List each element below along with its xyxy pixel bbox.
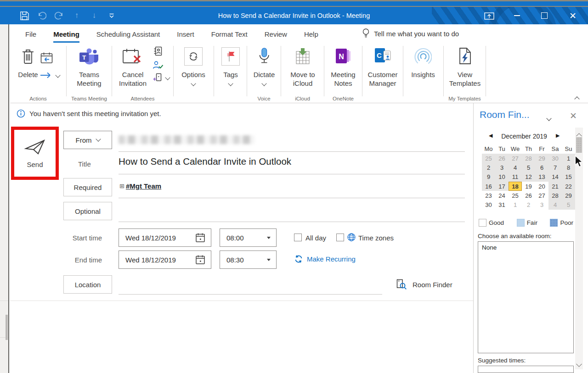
panel-scrollbar-thumb[interactable] — [576, 137, 582, 153]
make-recurring-button[interactable]: Make Recurring — [294, 255, 356, 263]
forward-dropdown-chevron[interactable] — [55, 72, 60, 78]
calendar-day-1-adjacent[interactable]: 1 — [509, 200, 522, 209]
redo-button[interactable] — [51, 7, 68, 24]
tab-meeting[interactable]: Meeting — [53, 24, 79, 43]
title-field[interactable]: How to Send a Calendar Invite in Outlook — [119, 156, 291, 167]
calendar-day-3[interactable]: 3 — [495, 163, 509, 172]
save-button[interactable] — [16, 7, 33, 24]
response-options-chevron[interactable] — [165, 75, 170, 80]
calendar-day-2[interactable]: 2 — [482, 163, 495, 172]
calendar-day-1[interactable]: 1 — [562, 154, 575, 163]
calendar-day-3-adjacent[interactable]: 3 — [535, 200, 548, 209]
calendar-day-10[interactable]: 10 — [495, 173, 509, 182]
response-options-button[interactable] — [153, 73, 170, 82]
calendar-day-4[interactable]: 4 — [509, 163, 522, 172]
move-down-button[interactable]: ↓ — [85, 7, 103, 24]
undo-button[interactable] — [33, 7, 51, 24]
calendar-day-25-adjacent[interactable]: 25 — [482, 154, 495, 163]
tab-help[interactable]: Help — [304, 24, 318, 43]
calendar-day-23[interactable]: 23 — [482, 191, 495, 200]
tags-button[interactable]: Tags — [218, 46, 243, 85]
calendar-day-13[interactable]: 13 — [535, 173, 548, 182]
required-attendee[interactable]: #Mgt Team — [126, 182, 161, 190]
calendar-day-27-adjacent[interactable]: 27 — [509, 154, 522, 163]
check-names-button[interactable] — [153, 61, 164, 72]
move-up-button[interactable]: ↑ — [68, 7, 85, 24]
tags-dropdown-chevron[interactable] — [228, 81, 233, 86]
teams-meeting-button[interactable]: T Teams Meeting — [74, 46, 104, 88]
options-button[interactable]: Options — [179, 46, 208, 85]
room-finder-title-dropdown[interactable] — [547, 114, 551, 122]
calendar-day-8[interactable]: 8 — [562, 163, 575, 172]
room-list[interactable]: None — [478, 241, 574, 353]
calendar-day-29[interactable]: 29 — [562, 191, 575, 200]
room-finder-button[interactable]: Room Finder — [396, 279, 452, 290]
calendar-day-16[interactable]: 16 — [482, 182, 495, 191]
calendar-day-26[interactable]: 26 — [522, 191, 535, 200]
location-button[interactable]: Location — [63, 275, 112, 294]
calendar-day-26-adjacent[interactable]: 26 — [495, 154, 509, 163]
from-button[interactable]: From — [63, 131, 112, 149]
date-picker-icon[interactable] — [195, 233, 205, 243]
end-time-field[interactable]: 08:30 — [220, 251, 277, 269]
time-zones-checkbox[interactable] — [336, 234, 344, 241]
start-time-dropdown-arrow[interactable] — [267, 237, 271, 239]
end-time-dropdown-arrow[interactable] — [267, 259, 271, 261]
expand-group-icon[interactable]: ⊞ — [119, 183, 124, 189]
address-book-button[interactable] — [153, 46, 163, 58]
calendar-prev-month[interactable]: ◀ — [489, 133, 492, 139]
calendar-day-19[interactable]: 19 — [522, 182, 535, 191]
calendar-day-30[interactable]: 30 — [482, 200, 495, 209]
calendar-day-29-adjacent[interactable]: 29 — [535, 154, 548, 163]
view-templates-button[interactable]: View Templates — [448, 46, 482, 88]
forward-to-calendar-button[interactable] — [40, 52, 53, 66]
start-time-field[interactable]: 08:00 — [220, 228, 277, 247]
calendar-day-12[interactable]: 12 — [522, 173, 535, 182]
end-date-field[interactable]: Wed 18/12/2019 — [119, 251, 211, 269]
tab-format-text[interactable]: Format Text — [211, 24, 248, 43]
calendar-day-21[interactable]: 21 — [548, 182, 562, 191]
minimize-button[interactable] — [503, 7, 530, 24]
calendar-day-4-adjacent[interactable]: 4 — [548, 200, 562, 209]
calendar-day-27[interactable]: 27 — [535, 191, 548, 200]
popout-button[interactable] — [476, 7, 503, 24]
tab-review[interactable]: Review — [265, 24, 287, 43]
options-dropdown-chevron[interactable] — [191, 81, 196, 86]
calendar-day-28-adjacent[interactable]: 28 — [522, 154, 535, 163]
tab-scheduling-assistant[interactable]: Scheduling Assistant — [96, 24, 160, 43]
move-to-icloud-button[interactable]: Move to iCloud — [288, 46, 318, 88]
required-button[interactable]: Required — [63, 178, 112, 196]
calendar-day-25[interactable]: 25 — [509, 191, 522, 200]
customize-qat-button[interactable] — [103, 7, 120, 24]
calendar-day-6[interactable]: 6 — [535, 163, 548, 172]
close-button[interactable]: ✕ — [560, 7, 586, 24]
suggested-times-list[interactable] — [478, 366, 574, 373]
delete-button-ribbon[interactable]: Delete — [15, 46, 41, 79]
all-day-checkbox[interactable] — [294, 234, 302, 241]
send-button[interactable]: Send — [24, 139, 46, 168]
collapse-ribbon-button[interactable] — [575, 95, 579, 103]
dictate-button[interactable]: Dictate — [250, 46, 278, 85]
calendar-day-5[interactable]: 5 — [522, 163, 535, 172]
calendar-day-15[interactable]: 15 — [562, 173, 575, 182]
required-field[interactable]: ⊞ #Mgt Team — [119, 182, 161, 190]
date-picker-icon[interactable] — [195, 255, 205, 265]
calendar-day-5-adjacent[interactable]: 5 — [562, 200, 575, 209]
calendar-day-30-adjacent[interactable]: 30 — [548, 154, 562, 163]
calendar-day-17[interactable]: 17 — [495, 182, 509, 191]
panel-scroll-down[interactable] — [577, 360, 581, 368]
calendar-day-24[interactable]: 24 — [495, 191, 509, 200]
calendar-day-22[interactable]: 22 — [562, 182, 575, 191]
customer-manager-button[interactable]: C Customer Manager — [365, 46, 400, 88]
calendar-day-31[interactable]: 31 — [495, 200, 509, 209]
calendar-day-20[interactable]: 20 — [535, 182, 548, 191]
calendar-next-month[interactable]: ▶ — [556, 133, 560, 139]
panel-close-button[interactable]: ✕ — [570, 111, 577, 121]
calendar-day-9[interactable]: 9 — [482, 173, 495, 182]
calendar-day-2-adjacent[interactable]: 2 — [522, 200, 535, 209]
calendar-day-11[interactable]: 11 — [509, 173, 522, 182]
tab-insert[interactable]: Insert — [177, 24, 194, 43]
tab-file[interactable]: File — [25, 24, 36, 43]
insights-button[interactable]: Insights — [408, 46, 438, 79]
calendar-day-14[interactable]: 14 — [548, 173, 562, 182]
